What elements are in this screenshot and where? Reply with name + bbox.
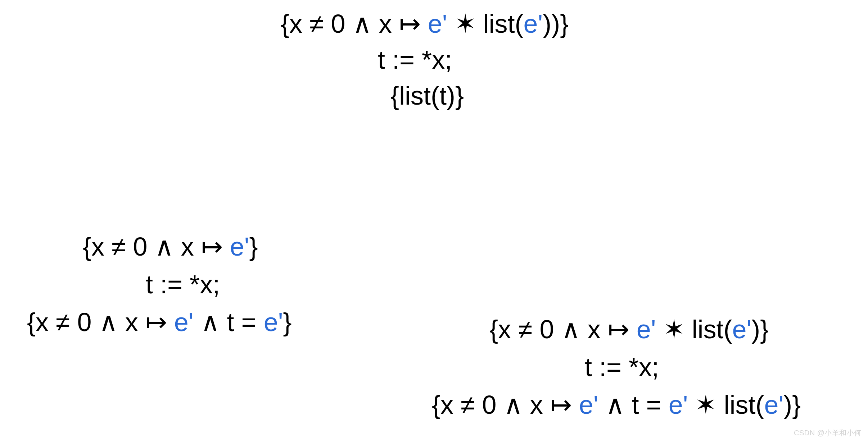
rbrace: } bbox=[455, 81, 464, 110]
eprime: e' bbox=[230, 232, 249, 261]
lparen: ( bbox=[755, 390, 764, 419]
lbrace: { bbox=[281, 9, 289, 38]
t: t bbox=[632, 390, 639, 419]
lbrace: { bbox=[432, 390, 440, 419]
zero: 0 bbox=[331, 9, 345, 38]
rbrace: } bbox=[792, 390, 801, 419]
rbrace: } bbox=[249, 232, 258, 261]
left-statement: t := *x; bbox=[146, 271, 220, 297]
and: ∧ bbox=[99, 308, 118, 336]
zero: 0 bbox=[540, 315, 554, 344]
eprime: e' bbox=[764, 390, 783, 419]
left-precondition: {x ≠ 0 ∧ x ↦ e'} bbox=[83, 234, 258, 260]
top-statement: t := *x; bbox=[378, 47, 452, 73]
x: x bbox=[588, 315, 601, 344]
eprime: e' bbox=[669, 390, 688, 419]
x: x bbox=[440, 390, 453, 419]
lbrace: { bbox=[27, 308, 36, 336]
assign: := bbox=[599, 353, 621, 381]
x: x bbox=[200, 270, 213, 299]
rparen: ) bbox=[751, 315, 760, 344]
eprime: e' bbox=[428, 9, 447, 38]
eprime: e' bbox=[264, 308, 283, 336]
assign: := bbox=[392, 45, 415, 74]
right-statement: t := *x; bbox=[585, 354, 659, 380]
x: x bbox=[125, 308, 138, 336]
neq: ≠ bbox=[56, 308, 70, 336]
semi: ; bbox=[652, 353, 659, 381]
eq: = bbox=[646, 390, 661, 419]
rbrace: } bbox=[283, 308, 291, 336]
and: ∧ bbox=[561, 315, 580, 344]
lbrace: { bbox=[390, 81, 399, 110]
eprime: e' bbox=[174, 308, 194, 336]
neq: ≠ bbox=[309, 9, 324, 38]
mapsto: ↦ bbox=[608, 315, 629, 344]
deref: * bbox=[422, 45, 432, 74]
eprime: e' bbox=[579, 390, 598, 419]
and: ∧ bbox=[606, 390, 625, 419]
x: x bbox=[498, 315, 511, 344]
t: t bbox=[146, 270, 153, 299]
rbrace: } bbox=[560, 9, 569, 38]
left-postcondition: {x ≠ 0 ∧ x ↦ e' ∧ t = e'} bbox=[27, 309, 291, 335]
zero: 0 bbox=[133, 232, 148, 261]
t: t bbox=[378, 45, 385, 74]
x: x bbox=[639, 353, 652, 381]
zero: 0 bbox=[77, 308, 92, 336]
lbrace: { bbox=[83, 232, 91, 261]
top-precondition: {x ≠ 0 ∧ x ↦ e' ✶ list(e'))} bbox=[281, 11, 569, 37]
deref: * bbox=[629, 353, 639, 381]
right-postcondition: {x ≠ 0 ∧ x ↦ e' ∧ t = e' ✶ list(e')} bbox=[432, 392, 801, 418]
mapsto: ↦ bbox=[550, 390, 572, 419]
mapsto: ↦ bbox=[399, 9, 421, 38]
rparen: ) bbox=[447, 81, 455, 110]
neq: ≠ bbox=[112, 232, 126, 261]
and: ∧ bbox=[504, 390, 523, 419]
t: t bbox=[439, 81, 447, 110]
watermark: CSDN @小羊和小何 bbox=[794, 428, 862, 438]
x: x bbox=[36, 308, 49, 336]
rparen: ) bbox=[543, 9, 551, 38]
lbrace: { bbox=[489, 315, 498, 344]
neq: ≠ bbox=[461, 390, 475, 419]
top-postcondition: {list(t)} bbox=[390, 83, 464, 109]
star: ✶ bbox=[695, 390, 716, 419]
right-precondition: {x ≠ 0 ∧ x ↦ e' ✶ list(e')} bbox=[489, 316, 769, 342]
x: x bbox=[379, 9, 392, 38]
rparen: ) bbox=[783, 390, 792, 419]
eprime: e' bbox=[732, 315, 752, 344]
t: t bbox=[227, 308, 234, 336]
list: list bbox=[399, 81, 431, 110]
mapsto: ↦ bbox=[145, 308, 167, 336]
semi: ; bbox=[213, 270, 220, 299]
x: x bbox=[530, 390, 543, 419]
rbrace: } bbox=[760, 315, 769, 344]
eprime: e' bbox=[637, 315, 656, 344]
star: ✶ bbox=[455, 9, 476, 38]
eq: = bbox=[241, 308, 257, 336]
and: ∧ bbox=[201, 308, 220, 336]
x: x bbox=[289, 9, 302, 38]
t: t bbox=[585, 353, 592, 381]
and: ∧ bbox=[155, 232, 174, 261]
list: list bbox=[483, 9, 515, 38]
neq: ≠ bbox=[518, 315, 533, 344]
assign: := bbox=[160, 270, 182, 299]
x: x bbox=[181, 232, 194, 261]
lparen: ( bbox=[724, 315, 732, 344]
mapsto: ↦ bbox=[201, 232, 223, 261]
x: x bbox=[91, 232, 104, 261]
deref: * bbox=[190, 270, 200, 299]
eprime: e' bbox=[524, 9, 543, 38]
lparen: ( bbox=[431, 81, 439, 110]
semi: ; bbox=[445, 45, 452, 74]
zero: 0 bbox=[482, 390, 497, 419]
lparen: ( bbox=[515, 9, 524, 38]
star: ✶ bbox=[663, 315, 685, 344]
rparen: ) bbox=[551, 9, 560, 38]
x: x bbox=[432, 45, 445, 74]
list: list bbox=[692, 315, 724, 344]
and: ∧ bbox=[353, 9, 372, 38]
list: list bbox=[724, 390, 755, 419]
